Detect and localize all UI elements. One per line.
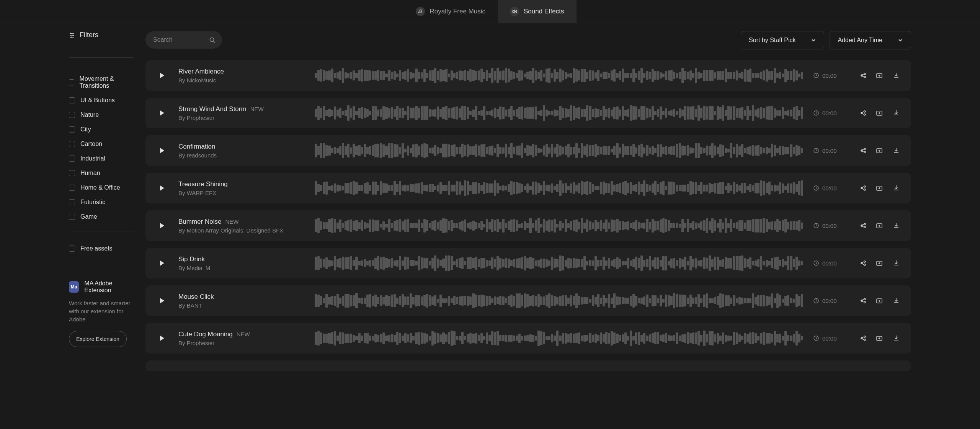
track-title[interactable]: Cute Dog MoaningNEW bbox=[178, 331, 305, 338]
share-button[interactable] bbox=[858, 333, 867, 343]
waveform[interactable] bbox=[315, 67, 803, 84]
track-author[interactable]: By NickoMusic bbox=[178, 77, 305, 84]
track-title[interactable]: Strong Wind And StormNEW bbox=[178, 105, 305, 113]
add-to-collection-button[interactable] bbox=[874, 70, 884, 80]
download-button[interactable] bbox=[891, 146, 901, 156]
checkbox[interactable] bbox=[69, 199, 75, 205]
checkbox[interactable] bbox=[69, 214, 75, 220]
track-title[interactable]: River Ambience bbox=[178, 68, 305, 75]
filter-item[interactable]: City bbox=[69, 122, 134, 137]
track-author[interactable]: By Prophesier bbox=[178, 340, 305, 346]
track-title[interactable]: Treasure Shining bbox=[178, 180, 305, 188]
filter-free-assets[interactable]: Free assets bbox=[69, 238, 134, 259]
checkbox[interactable] bbox=[69, 79, 74, 85]
track-actions bbox=[858, 183, 901, 193]
track-author[interactable]: By readsounds bbox=[178, 152, 305, 159]
clock-icon bbox=[813, 223, 819, 229]
checkbox[interactable] bbox=[69, 141, 75, 147]
play-button[interactable] bbox=[155, 294, 168, 307]
sound-icon bbox=[510, 7, 519, 16]
play-button[interactable] bbox=[155, 144, 168, 157]
waveform[interactable] bbox=[315, 292, 803, 309]
divider bbox=[69, 231, 134, 231]
time-dropdown[interactable]: Added Any Time bbox=[830, 31, 911, 49]
filter-item[interactable]: Nature bbox=[69, 108, 134, 122]
waveform[interactable] bbox=[315, 217, 803, 234]
track-author[interactable]: By BANT bbox=[178, 302, 305, 309]
share-button[interactable] bbox=[858, 183, 867, 193]
share-button[interactable] bbox=[858, 258, 867, 268]
filter-item[interactable]: UI & Buttons bbox=[69, 93, 134, 108]
add-to-collection-button[interactable] bbox=[874, 296, 884, 306]
waveform[interactable] bbox=[315, 105, 803, 121]
share-button[interactable] bbox=[858, 146, 867, 156]
add-to-collection-button[interactable] bbox=[874, 258, 884, 268]
track-title[interactable]: Mouse Click bbox=[178, 293, 305, 301]
download-button[interactable] bbox=[891, 108, 901, 118]
download-button[interactable] bbox=[891, 258, 901, 268]
nav-music[interactable]: Royalty Free Music bbox=[403, 0, 497, 23]
checkbox[interactable] bbox=[69, 170, 75, 176]
download-button[interactable] bbox=[891, 333, 901, 343]
play-button[interactable] bbox=[155, 69, 168, 82]
track-time: 00:00 bbox=[813, 335, 848, 342]
share-button[interactable] bbox=[858, 221, 867, 231]
play-button[interactable] bbox=[155, 257, 168, 270]
checkbox[interactable] bbox=[69, 246, 75, 252]
checkbox[interactable] bbox=[69, 185, 75, 191]
toolbar: Sort by Staff Pick Added Any Time bbox=[145, 31, 911, 49]
waveform[interactable] bbox=[315, 142, 803, 159]
checkbox[interactable] bbox=[69, 156, 75, 162]
filter-item[interactable]: Home & Office bbox=[69, 180, 134, 195]
share-button[interactable] bbox=[858, 296, 867, 306]
checkbox[interactable] bbox=[69, 126, 75, 133]
download-button[interactable] bbox=[891, 183, 901, 193]
track-title[interactable]: Confirmation bbox=[178, 143, 305, 151]
add-to-collection-button[interactable] bbox=[874, 183, 884, 193]
track-row: Strong Wind And StormNEW By Prophesier 0… bbox=[145, 98, 911, 128]
filter-item[interactable]: Industrial bbox=[69, 151, 134, 166]
play-icon bbox=[160, 148, 164, 153]
track-author[interactable]: By WARP EFX bbox=[178, 190, 305, 196]
track-author[interactable]: By Motion Array Originals: Designed SFX bbox=[178, 227, 305, 234]
track-author[interactable]: By Media_M bbox=[178, 265, 305, 271]
add-to-collection-button[interactable] bbox=[874, 108, 884, 118]
filters-header[interactable]: Filters bbox=[69, 31, 134, 51]
filter-item[interactable]: Cartoon bbox=[69, 137, 134, 151]
filter-item[interactable]: Futuristic bbox=[69, 195, 134, 210]
share-button[interactable] bbox=[858, 70, 867, 80]
filter-label: Cartoon bbox=[80, 141, 102, 147]
play-button[interactable] bbox=[155, 219, 168, 232]
track-title[interactable]: Bummer NoiseNEW bbox=[178, 218, 305, 226]
play-button[interactable] bbox=[155, 182, 168, 195]
share-button[interactable] bbox=[858, 108, 867, 118]
explore-extension-button[interactable]: Explore Extension bbox=[69, 331, 127, 347]
add-to-collection-button[interactable] bbox=[874, 221, 884, 231]
waveform[interactable] bbox=[315, 180, 803, 196]
filter-item[interactable]: Human bbox=[69, 166, 134, 180]
play-icon bbox=[160, 185, 164, 191]
search-icon[interactable] bbox=[209, 37, 216, 44]
play-button[interactable] bbox=[155, 106, 168, 120]
play-button[interactable] bbox=[155, 332, 168, 345]
download-button[interactable] bbox=[891, 296, 901, 306]
track-actions bbox=[858, 146, 901, 156]
extension-section: Ma MA Adobe Extension Work faster and sm… bbox=[69, 273, 134, 347]
download-button[interactable] bbox=[891, 70, 901, 80]
filter-item[interactable]: Game bbox=[69, 210, 134, 224]
nav-sfx[interactable]: Sound Effects bbox=[498, 0, 577, 23]
add-to-collection-button[interactable] bbox=[874, 333, 884, 343]
download-button[interactable] bbox=[891, 221, 901, 231]
track-actions bbox=[858, 258, 901, 268]
waveform[interactable] bbox=[315, 330, 803, 347]
track-author[interactable]: By Prophesier bbox=[178, 115, 305, 121]
track-title[interactable]: Sip Drink bbox=[178, 255, 305, 263]
add-to-collection-button[interactable] bbox=[874, 146, 884, 156]
waveform[interactable] bbox=[315, 255, 803, 272]
checkbox[interactable] bbox=[69, 112, 75, 118]
sort-dropdown[interactable]: Sort by Staff Pick bbox=[741, 31, 824, 49]
filter-item[interactable]: Movement & Transitions bbox=[69, 72, 134, 93]
checkbox[interactable] bbox=[69, 97, 75, 103]
play-icon bbox=[160, 73, 164, 78]
track-row: Mouse Click By BANT 00:00 bbox=[145, 285, 911, 316]
